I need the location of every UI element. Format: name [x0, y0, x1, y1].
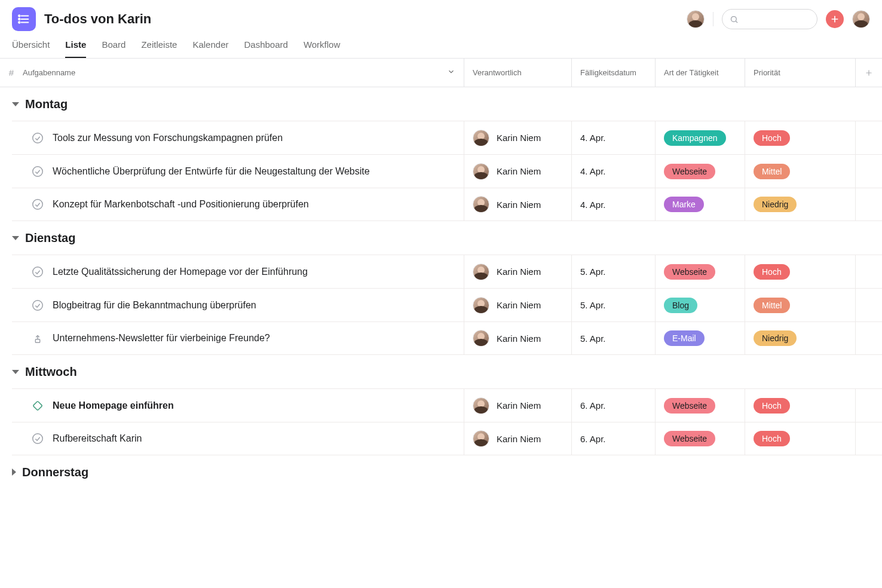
task-assignee[interactable]: Karin Niem — [464, 188, 572, 220]
section: DienstagLetzte Qualitätssicherung der Ho… — [0, 221, 882, 355]
task-assignee[interactable]: Karin Niem — [464, 121, 572, 154]
svg-line-7 — [736, 21, 737, 23]
task-name[interactable]: Wöchentliche Überprüfung der Entwürfe fü… — [53, 155, 464, 188]
task-due[interactable]: 5. Apr. — [572, 255, 656, 288]
add-button[interactable] — [826, 10, 844, 28]
priority-pill: Hoch — [754, 130, 790, 146]
task-row[interactable]: Tools zur Messung von Forschungskampagne… — [12, 121, 882, 154]
assignee-name: Karin Niem — [497, 200, 541, 210]
task-due[interactable]: 4. Apr. — [572, 188, 656, 220]
project-title[interactable]: To-dos von Karin — [44, 11, 151, 27]
task-assignee[interactable]: Karin Niem — [464, 155, 572, 188]
task-due[interactable]: 6. Apr. — [572, 422, 656, 455]
task-type[interactable]: Webseite — [656, 422, 745, 455]
tab-workflow[interactable]: Workflow — [304, 39, 340, 58]
task-assignee[interactable]: Karin Niem — [464, 322, 572, 354]
task-name[interactable]: Konzept für Markenbotschaft -und Positio… — [53, 188, 464, 220]
task-priority[interactable]: Mittel — [745, 155, 856, 188]
task-due[interactable]: 4. Apr. — [572, 121, 656, 154]
svg-point-1 — [19, 15, 20, 16]
task-row[interactable]: Rufbereitschaft KarinKarin Niem6. Apr.We… — [12, 422, 882, 455]
complete-check-icon[interactable] — [30, 431, 45, 446]
task-priority[interactable]: Niedrig — [745, 188, 856, 220]
task-row[interactable]: Blogbeitrag für die Bekanntmachung überp… — [12, 288, 882, 321]
tab-board[interactable]: Board — [102, 39, 125, 58]
assignee-name: Karin Niem — [497, 333, 541, 344]
complete-check-icon[interactable] — [30, 197, 45, 212]
user-avatar[interactable] — [852, 10, 870, 28]
approval-icon[interactable] — [30, 330, 45, 346]
task-assignee[interactable]: Karin Niem — [464, 389, 572, 422]
task-type[interactable]: Marke — [656, 188, 745, 220]
task-type[interactable]: Webseite — [656, 389, 745, 422]
complete-check-icon[interactable] — [30, 298, 45, 313]
task-priority[interactable]: Hoch — [745, 121, 856, 154]
task-priority[interactable]: Hoch — [745, 389, 856, 422]
column-priority[interactable]: Priorität — [745, 59, 856, 87]
task-type[interactable]: E-Mail — [656, 322, 745, 354]
task-name[interactable]: Blogbeitrag für die Bekanntmachung überp… — [53, 289, 464, 321]
tab-liste[interactable]: Liste — [65, 39, 86, 58]
member-avatar[interactable] — [687, 10, 705, 28]
task-name[interactable]: Neue Homepage einführen — [53, 389, 464, 422]
section-name: Donnerstag — [22, 466, 88, 479]
complete-check-icon[interactable] — [30, 164, 45, 179]
milestone-icon[interactable] — [30, 398, 45, 414]
type-pill: Webseite — [664, 398, 715, 414]
column-due[interactable]: Fälligkeitsdatum — [572, 59, 656, 87]
complete-check-icon[interactable] — [30, 130, 45, 146]
assignee-avatar — [473, 430, 489, 447]
task-name[interactable]: Letzte Qualitätssicherung der Homepage v… — [53, 255, 464, 288]
header-right — [687, 9, 870, 29]
svg-point-13 — [33, 166, 43, 176]
task-name[interactable]: Tools zur Messung von Forschungskampagne… — [53, 121, 464, 154]
complete-check-icon[interactable] — [30, 264, 45, 280]
task-assignee[interactable]: Karin Niem — [464, 255, 572, 288]
caret-right-icon — [12, 468, 16, 476]
task-due[interactable]: 6. Apr. — [572, 389, 656, 422]
priority-pill: Niedrig — [754, 197, 797, 212]
svg-point-12 — [33, 133, 43, 143]
task-name[interactable]: Rufbereitschaft Karin — [53, 422, 464, 455]
tab-dashboard[interactable]: Dashboard — [244, 39, 287, 58]
task-due[interactable]: 5. Apr. — [572, 289, 656, 321]
task-priority[interactable]: Hoch — [745, 255, 856, 288]
task-row[interactable]: Letzte Qualitätssicherung der Homepage v… — [12, 255, 882, 288]
search-input[interactable] — [722, 9, 817, 29]
section-header[interactable]: Dienstag — [12, 221, 882, 255]
tab-kalender[interactable]: Kalender — [192, 39, 228, 58]
column-name[interactable]: Aufgabenname — [23, 59, 464, 87]
task-row[interactable]: Unternehmens-Newsletter für vierbeinige … — [12, 321, 882, 355]
task-type[interactable]: Webseite — [656, 155, 745, 188]
priority-pill: Hoch — [754, 398, 790, 414]
task-priority[interactable]: Niedrig — [745, 322, 856, 354]
tab-übersicht[interactable]: Übersicht — [12, 39, 50, 58]
caret-down-icon — [12, 236, 19, 240]
task-row[interactable]: Konzept für Markenbotschaft -und Positio… — [12, 188, 882, 221]
tab-zeitleiste[interactable]: Zeitleiste — [141, 39, 177, 58]
column-type[interactable]: Art der Tätigkeit — [656, 59, 745, 87]
task-assignee[interactable]: Karin Niem — [464, 422, 572, 455]
section-header[interactable]: Montag — [12, 87, 882, 121]
task-due[interactable]: 4. Apr. — [572, 155, 656, 188]
app-header: To-dos von Karin — [0, 0, 882, 31]
task-name[interactable]: Unternehmens-Newsletter für vierbeinige … — [53, 322, 464, 354]
section-header[interactable]: Mittwoch — [12, 355, 882, 388]
task-priority[interactable]: Hoch — [745, 422, 856, 455]
column-assignee[interactable]: Verantwortlich — [464, 59, 572, 87]
task-due[interactable]: 5. Apr. — [572, 322, 656, 354]
task-type[interactable]: Kampagnen — [656, 121, 745, 154]
task-type[interactable]: Blog — [656, 289, 745, 321]
task-type[interactable]: Webseite — [656, 255, 745, 288]
task-row[interactable]: Neue Homepage einführenKarin Niem6. Apr.… — [12, 388, 882, 422]
add-column-button[interactable] — [856, 69, 882, 77]
chevron-down-icon[interactable] — [447, 68, 455, 78]
section-header[interactable]: Donnerstag — [12, 455, 882, 489]
task-priority[interactable]: Mittel — [745, 289, 856, 321]
task-row[interactable]: Wöchentliche Überprüfung der Entwürfe fü… — [12, 154, 882, 188]
priority-pill: Mittel — [754, 164, 790, 179]
task-assignee[interactable]: Karin Niem — [464, 289, 572, 321]
type-pill: Marke — [664, 197, 704, 212]
column-hash: # — [0, 68, 23, 78]
project-icon[interactable] — [12, 7, 36, 31]
